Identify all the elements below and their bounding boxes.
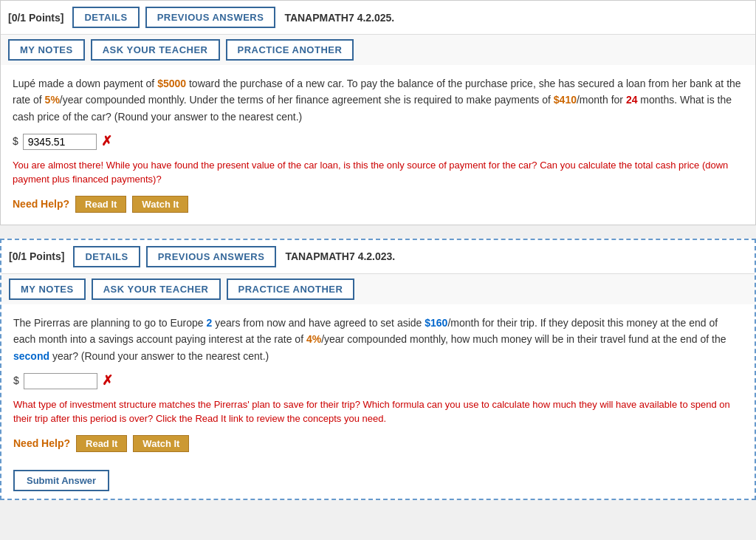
q2-text-2: years from now and have agreed to set as… [212, 317, 425, 329]
question1-practice-button[interactable]: PRACTICE ANOTHER [226, 39, 354, 61]
question1-points: [0/1 Points] [8, 12, 63, 24]
q2-text-1: The Pirerras are planning to go to Europ… [13, 317, 207, 329]
question2-topbar: [0/1 Points] DETAILS PREVIOUS ANSWERS TA… [1, 240, 755, 273]
question2-practice-button[interactable]: PRACTICE ANOTHER [227, 278, 355, 300]
question2-error-message: What type of investment structure matche… [13, 397, 743, 426]
question1-toolbar: MY NOTES ASK YOUR TEACHER PRACTICE ANOTH… [1, 34, 755, 65]
question2-watch-it-button[interactable]: Watch It [133, 435, 189, 452]
question2-need-help-label: Need Help? [13, 435, 70, 451]
question1-details-button[interactable]: DETAILS [72, 7, 139, 28]
question2-submit-button[interactable]: Submit Answer [13, 470, 109, 491]
question1-prev-answers-button[interactable]: PREVIOUS ANSWERS [145, 7, 276, 28]
question2-answer-row: $ ✗ [13, 370, 743, 392]
question1-watch-it-button[interactable]: Watch It [132, 196, 188, 213]
q1-text-1: Lupé made a down payment of [13, 78, 157, 89]
q1-text-3: /year compounded monthly. Under the term… [60, 94, 554, 106]
q2-rate-4: 4% [306, 333, 321, 345]
q1-text-4: /month for [577, 94, 626, 106]
q1-months-24: 24 [626, 94, 638, 106]
question1-error-message: You are almost there! While you have fou… [13, 158, 743, 187]
question1-problem-text: Lupé made a down payment of $5000 toward… [13, 75, 743, 125]
question2-dollar-sign: $ [13, 372, 19, 389]
question2-points: [0/1 Points] [9, 250, 64, 262]
question2-prev-answers-button[interactable]: PREVIOUS ANSWERS [146, 246, 277, 267]
question1-wrong-mark: ✗ [101, 131, 112, 152]
question2-wrong-mark: ✗ [102, 370, 113, 392]
question-block-2: [0/1 Points] DETAILS PREVIOUS ANSWERS TA… [0, 239, 756, 500]
q1-amount-410: $410 [554, 94, 577, 106]
question2-read-it-button[interactable]: Read It [76, 435, 127, 452]
question1-dollar-sign: $ [13, 133, 18, 149]
question1-content: Lupé made a down payment of $5000 toward… [1, 65, 755, 225]
question1-need-help-row: Need Help? Read It Watch It [13, 196, 743, 213]
question1-answer-row: $ ✗ [13, 131, 743, 152]
q2-amount-160: $160 [425, 317, 447, 329]
question1-need-help-label: Need Help? [13, 196, 69, 212]
question2-problem-id: TANAPMATH7 4.2.023. [285, 250, 395, 262]
question1-my-notes-button[interactable]: MY NOTES [8, 39, 85, 61]
question2-need-help-row: Need Help? Read It Watch It [13, 435, 743, 452]
question1-answer-input[interactable] [23, 134, 97, 150]
q1-amount-5000: $5000 [157, 78, 186, 89]
question-block-1: [0/1 Points] DETAILS PREVIOUS ANSWERS TA… [0, 0, 756, 225]
question1-topbar: [0/1 Points] DETAILS PREVIOUS ANSWERS TA… [1, 1, 755, 34]
question2-content: The Pirerras are planning to go to Europ… [1, 304, 755, 464]
question1-problem-id: TANAPMATH7 4.2.025. [284, 12, 394, 24]
question2-details-button[interactable]: DETAILS [73, 246, 140, 267]
q2-text-4: /year compounded monthly, how much money… [321, 333, 726, 345]
question2-toolbar: MY NOTES ASK YOUR TEACHER PRACTICE ANOTH… [1, 273, 755, 304]
q1-rate-5: 5% [45, 94, 60, 106]
q2-text-5: year? (Round your answer to the nearest … [49, 350, 269, 362]
question2-my-notes-button[interactable]: MY NOTES [9, 278, 86, 300]
question2-problem-text: The Pirerras are planning to go to Europ… [13, 315, 743, 364]
q2-word-second: second [13, 350, 49, 362]
question2-answer-input[interactable] [24, 373, 97, 389]
question1-read-it-button[interactable]: Read It [75, 196, 126, 213]
question2-ask-teacher-button[interactable]: ASK YOUR TEACHER [92, 278, 221, 300]
question1-ask-teacher-button[interactable]: ASK YOUR TEACHER [91, 39, 220, 61]
